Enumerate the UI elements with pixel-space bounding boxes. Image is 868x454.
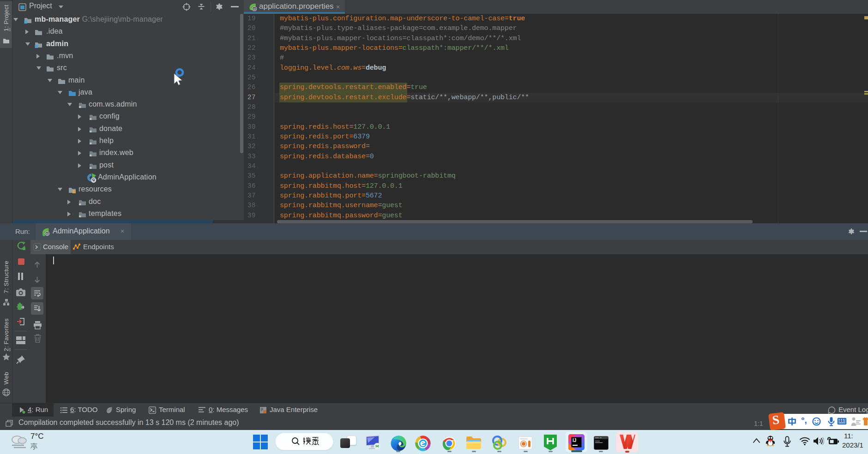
svg-text:IJ: IJ xyxy=(573,438,576,443)
